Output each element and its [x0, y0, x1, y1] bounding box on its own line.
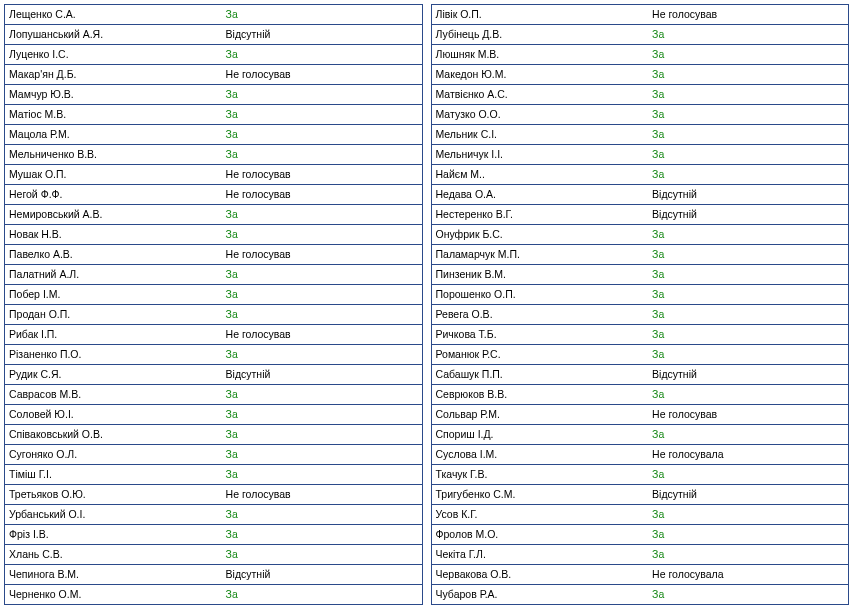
table-row: Спориш І.Д.За [431, 425, 849, 445]
deputy-name: Суслова І.М. [431, 445, 648, 465]
deputy-name: Тригубенко С.М. [431, 485, 648, 505]
deputy-name: Соловей Ю.І. [5, 405, 222, 425]
table-row: Негой Ф.Ф.Не голосував [5, 185, 423, 205]
deputy-name: Мельниченко В.В. [5, 145, 222, 165]
table-row: Продан О.П.За [5, 305, 423, 325]
vote-value: За [648, 45, 848, 65]
deputy-name: Черненко О.М. [5, 585, 222, 605]
table-row: Побер І.М.За [5, 285, 423, 305]
vote-table-left: Лещенко С.А.ЗаЛопушанський А.Я.Відсутній… [4, 4, 423, 605]
table-row: Тіміш Г.І.За [5, 465, 423, 485]
vote-value: За [222, 585, 422, 605]
vote-value: Відсутній [648, 485, 848, 505]
vote-value: За [648, 345, 848, 365]
vote-value: За [222, 285, 422, 305]
deputy-name: Пинзеник В.М. [431, 265, 648, 285]
vote-value: За [648, 525, 848, 545]
table-row: Македон Ю.М.За [431, 65, 849, 85]
right-column: Лівік О.П.Не голосувавЛубінець Д.В.ЗаЛюш… [431, 4, 850, 605]
table-row: Недава О.А.Відсутній [431, 185, 849, 205]
vote-value: За [648, 305, 848, 325]
vote-value: За [222, 425, 422, 445]
deputy-name: Романюк Р.С. [431, 345, 648, 365]
vote-value: За [648, 165, 848, 185]
vote-value: За [648, 505, 848, 525]
table-row: Ревега О.В.За [431, 305, 849, 325]
vote-value: За [648, 325, 848, 345]
deputy-name: Лопушанський А.Я. [5, 25, 222, 45]
vote-value: За [222, 405, 422, 425]
vote-value: За [222, 265, 422, 285]
table-row: Найєм М..За [431, 165, 849, 185]
vote-value: За [222, 5, 422, 25]
table-row: Фріз І.В.За [5, 525, 423, 545]
deputy-name: Луценко І.С. [5, 45, 222, 65]
vote-value: За [648, 545, 848, 565]
deputy-name: Нестеренко В.Г. [431, 205, 648, 225]
vote-value: За [222, 85, 422, 105]
vote-table-right: Лівік О.П.Не голосувавЛубінець Д.В.ЗаЛюш… [431, 4, 850, 605]
table-row: Пинзеник В.М.За [431, 265, 849, 285]
vote-value: Не голосував [222, 245, 422, 265]
table-row: Павелко А.В.Не голосував [5, 245, 423, 265]
table-row: Лопушанський А.Я.Відсутній [5, 25, 423, 45]
table-row: Сабашук П.П.Відсутній [431, 365, 849, 385]
table-row: Мельниченко В.В.За [5, 145, 423, 165]
deputy-name: Фріз І.В. [5, 525, 222, 545]
vote-value: За [222, 45, 422, 65]
table-row: Онуфрик Б.С.За [431, 225, 849, 245]
vote-value: Відсутній [222, 565, 422, 585]
deputy-name: Паламарчук М.П. [431, 245, 648, 265]
vote-value: За [648, 245, 848, 265]
deputy-name: Онуфрик Б.С. [431, 225, 648, 245]
deputy-name: Урбанський О.І. [5, 505, 222, 525]
vote-value: За [648, 425, 848, 445]
table-row: Тригубенко С.М.Відсутній [431, 485, 849, 505]
vote-value: За [222, 545, 422, 565]
table-row: Рудик С.Я.Відсутній [5, 365, 423, 385]
deputy-name: Побер І.М. [5, 285, 222, 305]
deputy-name: Рибак І.П. [5, 325, 222, 345]
table-row: Сугоняко О.Л.За [5, 445, 423, 465]
vote-value: За [222, 225, 422, 245]
table-row: Луценко І.С.За [5, 45, 423, 65]
table-row: Матузко О.О.За [431, 105, 849, 125]
table-row: Чекіта Г.Л.За [431, 545, 849, 565]
deputy-name: Чекіта Г.Л. [431, 545, 648, 565]
deputy-name: Чубаров Р.А. [431, 585, 648, 605]
deputy-name: Найєм М.. [431, 165, 648, 185]
deputy-name: Порошенко О.П. [431, 285, 648, 305]
table-row: Співаковський О.В.За [5, 425, 423, 445]
deputy-name: Саврасов М.В. [5, 385, 222, 405]
deputy-name: Мушак О.П. [5, 165, 222, 185]
table-row: Люшняк М.В.За [431, 45, 849, 65]
vote-value: Не голосував [222, 65, 422, 85]
vote-value: За [222, 525, 422, 545]
deputy-name: Мельничук І.І. [431, 145, 648, 165]
table-row: Червакова О.В.Не голосувала [431, 565, 849, 585]
deputy-name: Сугоняко О.Л. [5, 445, 222, 465]
deputy-name: Лубінець Д.В. [431, 25, 648, 45]
table-row: Мушак О.П.Не голосував [5, 165, 423, 185]
vote-value: Відсутній [648, 185, 848, 205]
deputy-name: Ричкова Т.Б. [431, 325, 648, 345]
deputy-name: Мельник С.І. [431, 125, 648, 145]
vote-value: За [222, 385, 422, 405]
deputy-name: Негой Ф.Ф. [5, 185, 222, 205]
table-row: Порошенко О.П.За [431, 285, 849, 305]
left-column: Лещенко С.А.ЗаЛопушанський А.Я.Відсутній… [4, 4, 423, 605]
vote-value: За [222, 205, 422, 225]
deputy-name: Немировський А.В. [5, 205, 222, 225]
deputy-name: Макар'ян Д.Б. [5, 65, 222, 85]
vote-value: За [648, 225, 848, 245]
table-row: Різаненко П.О.За [5, 345, 423, 365]
table-row: Мельник С.І.За [431, 125, 849, 145]
vote-value: Відсутній [648, 205, 848, 225]
vote-value: За [648, 85, 848, 105]
vote-value: За [222, 145, 422, 165]
table-row: Ткачук Г.В.За [431, 465, 849, 485]
deputy-name: Павелко А.В. [5, 245, 222, 265]
deputy-name: Македон Ю.М. [431, 65, 648, 85]
deputy-name: Продан О.П. [5, 305, 222, 325]
table-row: Третьяков О.Ю.Не голосував [5, 485, 423, 505]
